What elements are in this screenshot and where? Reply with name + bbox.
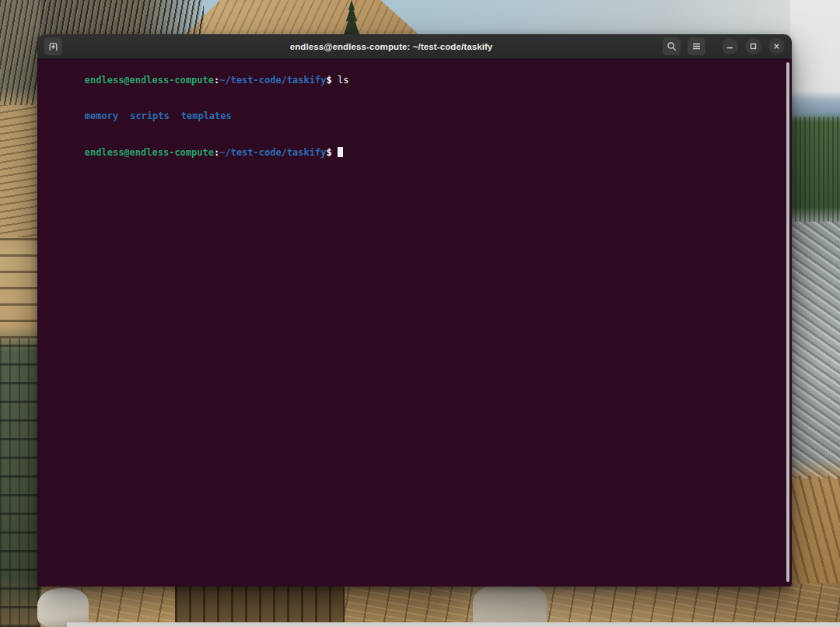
prompt-dollar: $ — [326, 75, 337, 86]
desktop: endless@endless-compute: ~/test-code/tas… — [0, 0, 840, 627]
hamburger-menu-icon — [691, 40, 702, 52]
maximize-button[interactable] — [745, 38, 761, 54]
typed-command: ls — [338, 75, 348, 86]
wallpaper-mountain-slope — [790, 0, 840, 627]
minimize-icon — [725, 41, 735, 51]
wallpaper-stone — [473, 583, 547, 627]
window-title: endless@endless-compute: ~/test-code/tas… — [131, 42, 652, 51]
terminal-cursor — [338, 147, 343, 157]
close-icon — [772, 41, 782, 51]
terminal-screen[interactable]: endless@endless-compute:~/test-code/task… — [37, 59, 792, 587]
wallpaper-cabin-roof — [185, 0, 418, 34]
bottom-panel-edge — [67, 622, 840, 627]
directory-templates: templates — [181, 110, 232, 121]
wallpaper-doorway — [175, 585, 345, 627]
titlebar-controls — [663, 37, 785, 55]
prompt-user-host: endless@endless-compute — [85, 147, 214, 158]
terminal-line-prompt: endless@endless-compute:~/test-code/task… — [40, 135, 784, 171]
minimize-button[interactable] — [722, 38, 738, 54]
menu-button[interactable] — [688, 37, 705, 55]
wallpaper-white-figure — [37, 588, 89, 627]
prompt-path: ~/test-code/taskify — [219, 75, 326, 86]
new-tab-button[interactable] — [44, 37, 62, 55]
wallpaper-wood-planks — [0, 583, 840, 627]
terminal-line-command: endless@endless-compute:~/test-code/task… — [40, 62, 784, 99]
prompt-user-host: endless@endless-compute — [85, 75, 214, 86]
terminal-scrollbar[interactable] — [786, 62, 789, 582]
terminal-window: endless@endless-compute: ~/test-code/tas… — [37, 34, 792, 587]
terminal-line-output: memoryscriptstemplates — [40, 99, 784, 135]
prompt-path: ~/test-code/taskify — [219, 147, 326, 158]
directory-memory: memory — [85, 110, 118, 121]
wallpaper-cabin-wall — [0, 0, 40, 627]
search-button[interactable] — [663, 37, 681, 55]
new-tab-icon — [47, 40, 59, 52]
prompt-dollar: $ — [326, 147, 337, 158]
close-button[interactable] — [768, 38, 785, 54]
directory-scripts: scripts — [130, 110, 170, 121]
search-icon — [666, 40, 677, 52]
titlebar[interactable]: endless@endless-compute: ~/test-code/tas… — [37, 34, 792, 59]
maximize-icon — [748, 41, 758, 51]
